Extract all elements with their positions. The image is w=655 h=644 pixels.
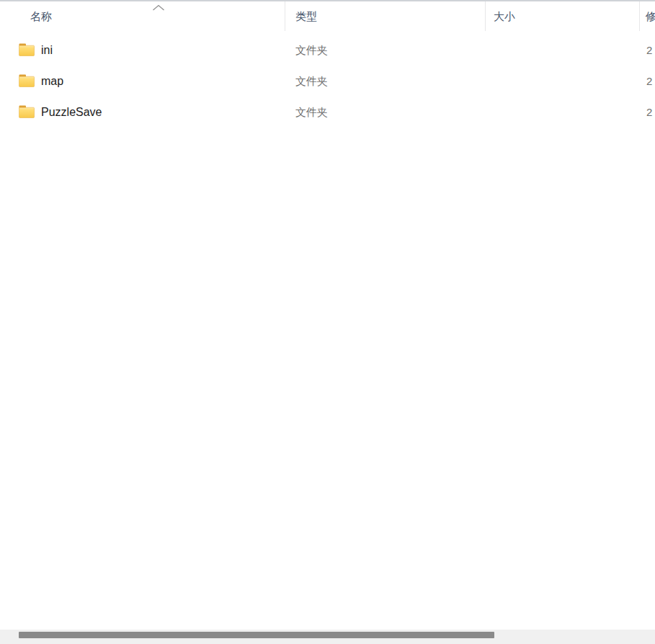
file-type: 文件夹 xyxy=(295,35,328,66)
file-date-modified: 2 xyxy=(646,66,652,97)
horizontal-scrollbar-track[interactable] xyxy=(0,630,655,644)
file-name: ini xyxy=(41,35,53,66)
column-resize-handle[interactable] xyxy=(285,1,285,31)
column-header-row: 名称 类型 大小 修 xyxy=(0,0,655,31)
file-explorer-pane: 名称 类型 大小 修 ini 文件夹 2 map 文件夹 2 xyxy=(0,0,655,644)
file-type: 文件夹 xyxy=(295,97,328,128)
sort-ascending-icon xyxy=(152,1,165,9)
file-row[interactable]: map 文件夹 2 xyxy=(0,66,655,97)
file-row[interactable]: PuzzleSave 文件夹 2 xyxy=(0,97,655,128)
file-row[interactable]: ini 文件夹 2 xyxy=(0,35,655,66)
file-name: PuzzleSave xyxy=(41,97,102,128)
file-date-modified: 2 xyxy=(646,35,652,66)
horizontal-scrollbar-thumb[interactable] xyxy=(19,632,494,638)
folder-icon xyxy=(19,105,35,118)
folder-icon xyxy=(19,43,35,56)
column-resize-handle[interactable] xyxy=(485,1,486,31)
column-header-type[interactable]: 类型 xyxy=(295,1,317,31)
file-date-modified: 2 xyxy=(646,97,652,128)
file-type: 文件夹 xyxy=(295,66,328,97)
column-header-date-modified[interactable]: 修 xyxy=(646,1,655,31)
column-header-size[interactable]: 大小 xyxy=(494,1,515,31)
file-name: map xyxy=(41,66,63,97)
column-resize-handle[interactable] xyxy=(639,1,640,31)
folder-icon xyxy=(19,74,35,87)
column-header-name[interactable]: 名称 xyxy=(30,1,52,31)
